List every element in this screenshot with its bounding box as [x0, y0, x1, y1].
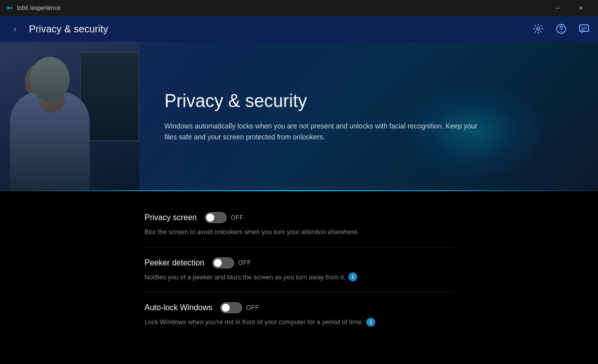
peeker-detection-toggle-container: OFF [212, 257, 251, 268]
hero-divider [0, 190, 598, 191]
toggle-knob [214, 259, 222, 267]
svg-point-4 [561, 31, 562, 32]
hero-content: Privacy & security Windows automatically… [145, 42, 598, 191]
navbar-right [532, 23, 590, 35]
minimize-button[interactable]: ─ [546, 0, 569, 16]
chat-icon[interactable] [578, 23, 590, 35]
toggle-knob [206, 214, 214, 222]
hero-image [0, 42, 140, 191]
divider-2 [145, 292, 453, 292]
privacy-screen-row: Privacy screen OFF Blur the screen to av… [0, 207, 598, 242]
close-button[interactable]: ✕ [569, 0, 592, 16]
svg-point-1 [10, 7, 13, 9]
toggle-knob [222, 304, 230, 312]
app-icon [6, 4, 14, 12]
auto-lock-toggle-container: OFF [220, 302, 259, 313]
auto-lock-state: OFF [246, 304, 259, 311]
peeker-detection-description: Notifies you of a peeker and blurs the s… [145, 272, 453, 282]
auto-lock-header: Auto-lock Windows OFF [145, 302, 453, 313]
divider-1 [145, 247, 453, 247]
peeker-detection-row: Peeker detection OFF Notifies you of a p… [0, 252, 598, 287]
auto-lock-row: Auto-lock Windows OFF Lock Windows when … [0, 297, 598, 332]
svg-point-2 [537, 27, 540, 30]
settings-icon[interactable] [532, 23, 544, 35]
app-title: tobii /experience [17, 4, 60, 11]
page-title: Privacy & security [29, 23, 108, 35]
peeker-detection-label: Peeker detection [145, 258, 204, 267]
auto-lock-label: Auto-lock Windows [145, 303, 212, 312]
titlebar-controls: ─ ✕ [546, 0, 592, 16]
help-icon[interactable] [555, 23, 567, 35]
privacy-screen-state: OFF [231, 214, 244, 221]
back-button[interactable]: ‹ [8, 22, 22, 36]
privacy-screen-toggle-container: OFF [205, 212, 244, 223]
peeker-detection-header: Peeker detection OFF [145, 257, 453, 268]
privacy-screen-description: Blur the screen to avoid onlookers when … [145, 227, 453, 237]
titlebar-left: tobii /experience [6, 4, 60, 12]
auto-lock-info-icon[interactable]: i [366, 318, 375, 327]
svg-point-0 [7, 7, 10, 9]
auto-lock-toggle[interactable] [220, 302, 242, 313]
privacy-screen-label: Privacy screen [145, 213, 197, 222]
settings-section: Privacy screen OFF Blur the screen to av… [0, 191, 598, 344]
titlebar: tobii /experience ─ ✕ [0, 0, 598, 16]
navbar: ‹ Privacy & security [0, 16, 598, 42]
navbar-left: ‹ Privacy & security [8, 22, 108, 36]
privacy-screen-toggle[interactable] [205, 212, 227, 223]
peeker-detection-toggle[interactable] [212, 257, 234, 268]
privacy-screen-header: Privacy screen OFF [145, 212, 453, 223]
auto-lock-description: Lock Windows when you're not in front of… [145, 317, 453, 327]
hero-heading: Privacy & security [164, 91, 578, 112]
hero-description: Windows automatically locks when you are… [164, 121, 483, 143]
peeker-detection-state: OFF [238, 259, 251, 266]
peeker-detection-info-icon[interactable]: i [348, 272, 357, 281]
hero-section: Privacy & security Windows automatically… [0, 42, 598, 191]
